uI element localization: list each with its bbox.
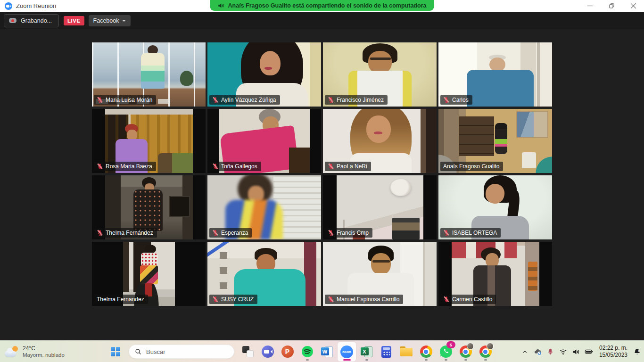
participant-name: Esperanza [221,230,248,236]
powerpoint-icon: P [281,346,294,358]
running-indicator [306,359,309,361]
participant-tile[interactable]: Maria Luisa Morán [92,42,206,107]
running-indicator [464,359,467,361]
live-badge: LIVE [64,16,84,25]
microphone-tray-icon[interactable] [546,347,555,356]
windows-taskbar: 24°C Mayorm. nublado Buscar P [0,340,644,362]
whatsapp-button[interactable]: 5 [437,342,455,362]
participant-tile[interactable]: Francis Cmp [323,175,437,239]
search-label: Buscar [146,348,165,355]
volume-icon[interactable] [572,347,580,356]
participant-name: Carmen Castillo [452,296,492,303]
participant-nametag: PaoLa NeRi [325,162,371,171]
calculator-button[interactable] [377,342,396,362]
system-tray: 02:22 p. m. 15/05/2023 z [521,341,641,362]
running-indicator [365,359,368,361]
participant-tile[interactable]: Aylín Vázquez Zúñiga [207,42,321,107]
weather-temp: 24°C [23,345,65,352]
powerpoint-button[interactable]: P [278,342,297,362]
word-button[interactable]: W [318,342,336,362]
mic-muted-icon [328,97,334,103]
zoom-taskbar-button[interactable]: zoom [338,342,356,362]
gallery-grid: Maria Luisa Morán Aylín Vázquez Zúñiga F… [92,42,552,306]
search-icon [135,348,141,355]
spotify-button[interactable] [298,342,316,362]
mic-muted-icon [212,296,219,303]
window-title: Zoom Reunión [16,2,56,9]
facebook-stream-dropdown[interactable]: Facebook [89,15,131,26]
participant-name: PaoLa NeRi [337,163,367,170]
mic-muted-icon [328,296,334,303]
participant-tile[interactable]: Carlos [438,42,552,107]
participant-tile[interactable]: Toña Gallegos [207,109,321,173]
clock-time: 02:22 p. m. [599,345,627,352]
recording-label: Grabando... [21,17,52,24]
participant-tile[interactable]: Thelma Fernández [92,175,206,239]
participant-tile[interactable]: ISABEL ORTEGA [438,175,552,239]
participant-name: Aylín Vázquez Zúñiga [221,97,276,103]
teams-chat-button[interactable] [258,342,277,362]
weather-widget[interactable]: 24°C Mayorm. nublado [5,341,65,362]
tray-overflow-chevron[interactable] [521,347,529,356]
live-label: LIVE [67,18,81,24]
chrome-profile-3-button[interactable] [476,342,495,362]
participant-nametag: Rosa Maria Baeza [94,162,156,171]
taskbar-clock[interactable]: 02:22 p. m. 15/05/2023 [599,345,627,359]
chrome-button[interactable] [417,342,435,362]
partly-cloudy-icon [5,346,19,357]
recording-button[interactable]: Grabando... [4,14,59,27]
mic-muted-icon [212,97,219,103]
file-explorer-button[interactable] [397,342,415,362]
svg-text:z: z [637,349,639,352]
notification-bell-dnd-icon[interactable]: z [633,347,641,356]
task-view-icon [242,346,254,358]
mic-muted-icon [328,163,334,170]
chrome-icon [420,346,432,358]
participant-tile[interactable]: Francisco Jiménez [323,42,437,107]
participant-nametag: Aylín Vázquez Zúñiga [209,95,280,105]
start-button[interactable] [107,342,124,361]
mic-muted-icon [443,230,450,236]
excel-button[interactable]: X [357,342,376,362]
participant-tile[interactable]: Thelma Fernandez [92,242,206,306]
profile-avatar [467,343,474,350]
mic-muted-icon [443,97,450,103]
zoom-icon: zoom [340,346,353,358]
participant-nametag: Thelma Fernandez [94,295,148,304]
participant-tile[interactable]: Esperanza [207,175,321,239]
participant-name: SUSY CRUZ [221,296,254,303]
participant-tile[interactable]: SUSY CRUZ [207,242,321,306]
participant-nametag: Anaís Fragoso Gualito [440,162,503,171]
participant-tile[interactable]: Carmen Castillo [438,242,552,306]
mic-muted-icon [97,230,103,236]
battery-icon[interactable] [585,347,593,356]
participant-name: Manuel Espinosa Carrillo [337,296,399,303]
chrome-profile-2-button[interactable] [456,342,475,362]
participant-tile-active-speaker[interactable]: Anaís Fragoso Gualito [438,109,552,173]
minimize-button[interactable] [579,0,601,12]
participant-name: Maria Luisa Morán [106,97,152,103]
participant-nametag: Maria Luisa Morán [94,95,156,105]
wifi-icon[interactable] [559,347,568,356]
task-view-button[interactable] [239,342,257,362]
participant-name: Anaís Fragoso Gualito [443,163,499,170]
file-explorer-icon [400,346,413,357]
restore-button[interactable] [601,0,622,12]
participant-nametag: Toña Gallegos [209,162,261,171]
banner-text: Anaís Fragoso Gualito está compartiendo … [228,2,427,9]
video-stage: Maria Luisa Morán Aylín Vázquez Zúñiga F… [0,29,644,340]
participant-nametag: Thelma Fernández [94,228,157,238]
participant-name: Carlos [452,97,469,103]
participant-nametag: Carmen Castillo [440,295,496,304]
participant-tile[interactable]: Rosa Maria Baeza [92,109,206,173]
participant-nametag: Esperanza [209,228,252,238]
participant-name: Francis Cmp [337,230,369,236]
participant-tile[interactable]: PaoLa NeRi [323,109,437,173]
close-button[interactable] [622,0,644,12]
weather-condition: Mayorm. nublado [23,352,65,358]
onedrive-icon[interactable] [534,347,542,356]
active-app-indicator [343,359,351,361]
participant-tile[interactable]: Manuel Espinosa Carrillo [323,242,437,306]
recording-icon [9,18,17,23]
taskbar-search[interactable]: Buscar [129,345,234,359]
